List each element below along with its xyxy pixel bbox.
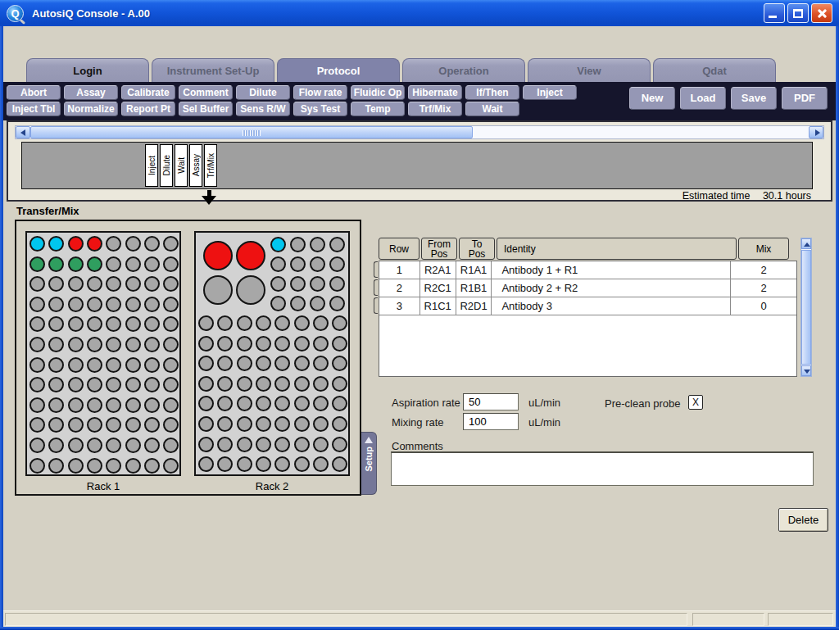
well[interactable]: [270, 237, 286, 252]
well[interactable]: [237, 416, 252, 432]
well[interactable]: [144, 377, 160, 392]
well[interactable]: [144, 438, 160, 453]
column-header-to-pos[interactable]: ToPos: [459, 238, 495, 260]
well[interactable]: [274, 315, 290, 331]
well[interactable]: [274, 396, 290, 411]
timeline-step-dilute[interactable]: Dilute: [160, 144, 173, 187]
well[interactable]: [29, 377, 45, 392]
well[interactable]: [68, 417, 84, 433]
timeline-step-trf-mix[interactable]: Trf/Mix: [204, 144, 217, 187]
well[interactable]: [256, 376, 271, 392]
well[interactable]: [294, 416, 310, 432]
toolbar-button-flow-rate[interactable]: Flow rate: [293, 85, 347, 100]
tab-qdat[interactable]: Qdat: [653, 58, 776, 82]
well[interactable]: [87, 397, 102, 413]
well[interactable]: [29, 357, 45, 373]
minimize-button[interactable]: [764, 3, 785, 23]
well[interactable]: [332, 396, 347, 411]
well[interactable]: [163, 377, 179, 392]
well[interactable]: [48, 357, 64, 373]
well[interactable]: [290, 237, 306, 252]
well[interactable]: [125, 276, 141, 292]
well[interactable]: [217, 456, 233, 472]
well[interactable]: [274, 376, 290, 392]
toolbar-button-comment[interactable]: Comment: [179, 85, 233, 100]
well[interactable]: [68, 377, 84, 392]
well[interactable]: [29, 417, 45, 433]
well[interactable]: [144, 458, 160, 474]
well[interactable]: [29, 316, 45, 332]
well[interactable]: [313, 356, 329, 371]
well[interactable]: [270, 296, 286, 311]
well[interactable]: [256, 456, 271, 472]
mixing-rate-input[interactable]: [463, 413, 519, 430]
well[interactable]: [106, 256, 121, 272]
well[interactable]: [310, 237, 325, 252]
well[interactable]: [125, 236, 141, 252]
well[interactable]: [274, 356, 290, 371]
maximize-button[interactable]: [787, 3, 809, 23]
file-button-pdf[interactable]: PDF: [782, 87, 828, 110]
well[interactable]: [313, 315, 329, 331]
well[interactable]: [144, 276, 160, 292]
well[interactable]: [48, 297, 64, 312]
toolbar-button-trf-mix[interactable]: Trf/Mix: [408, 102, 462, 116]
well[interactable]: [198, 396, 214, 411]
well[interactable]: [198, 456, 214, 472]
well[interactable]: [310, 296, 325, 311]
table-scrollbar[interactable]: [800, 238, 812, 377]
well[interactable]: [237, 336, 252, 351]
well[interactable]: [106, 316, 121, 332]
well[interactable]: [217, 336, 233, 351]
well[interactable]: [48, 316, 64, 332]
well[interactable]: [29, 276, 45, 292]
toolbar-button-sel-buffer[interactable]: Sel Buffer: [179, 102, 233, 116]
well[interactable]: [217, 315, 233, 331]
toolbar-button-dilute[interactable]: Dilute: [236, 85, 290, 100]
well[interactable]: [68, 276, 84, 292]
well[interactable]: [125, 316, 141, 332]
well[interactable]: [163, 316, 179, 332]
well[interactable]: [313, 396, 329, 411]
toolbar-button-inject[interactable]: Inject: [523, 85, 577, 100]
file-button-save[interactable]: Save: [731, 87, 777, 110]
tab-operation[interactable]: Operation: [402, 58, 525, 82]
well[interactable]: [48, 276, 64, 292]
well[interactable]: [106, 458, 121, 474]
well[interactable]: [29, 337, 45, 352]
well[interactable]: [68, 297, 84, 312]
well[interactable]: [106, 337, 121, 352]
well[interactable]: [125, 337, 141, 352]
tab-instrument-set-up[interactable]: Instrument Set-Up: [152, 58, 274, 82]
well[interactable]: [29, 256, 45, 272]
well[interactable]: [87, 438, 102, 453]
well[interactable]: [125, 417, 141, 433]
well[interactable]: [237, 396, 252, 411]
well[interactable]: [48, 236, 64, 252]
well[interactable]: [313, 456, 329, 472]
timeline-scrollbar[interactable]: [15, 125, 824, 139]
well[interactable]: [48, 417, 64, 433]
well[interactable]: [217, 356, 233, 371]
well[interactable]: [332, 356, 347, 371]
big-well[interactable]: [203, 275, 233, 305]
well[interactable]: [329, 296, 345, 311]
toolbar-button-normalize[interactable]: Normalize: [64, 102, 118, 116]
well[interactable]: [163, 297, 179, 312]
well[interactable]: [125, 438, 141, 453]
well[interactable]: [270, 256, 286, 272]
well[interactable]: [332, 376, 347, 392]
well[interactable]: [29, 397, 45, 413]
well[interactable]: [163, 276, 179, 292]
well[interactable]: [294, 456, 310, 472]
well[interactable]: [237, 376, 252, 392]
well[interactable]: [274, 456, 290, 472]
well[interactable]: [144, 256, 160, 272]
table-row[interactable]: 3R1C1R2D1Antibody 30: [379, 297, 796, 315]
file-button-new[interactable]: New: [629, 87, 675, 110]
table-scrollbar-thumb[interactable]: [801, 250, 811, 365]
toolbar-button-fluidic-op[interactable]: Fluidic Op: [351, 85, 405, 100]
well[interactable]: [48, 458, 64, 474]
well[interactable]: [237, 456, 252, 472]
well[interactable]: [87, 236, 102, 252]
